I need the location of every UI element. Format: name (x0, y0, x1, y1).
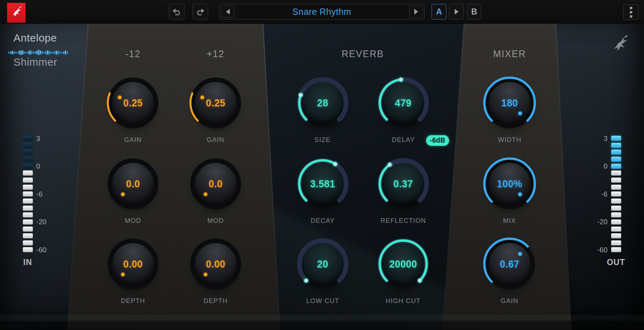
redo-icon (196, 7, 205, 16)
knob-indicator-dot (518, 111, 522, 115)
kebab-menu-button[interactable] (623, 4, 639, 20)
waveform-bar (45, 51, 46, 54)
meter-tick-label: -6 (36, 190, 43, 198)
knob-mixer-width[interactable]: 180WIDTH (479, 73, 540, 133)
knob-pitch-neg12-gain[interactable]: 0.25GAIN (103, 73, 163, 133)
kebab-dot (630, 11, 632, 13)
floor-shadow (0, 320, 644, 330)
meter-segment (611, 177, 621, 183)
knob-label: GAIN (207, 136, 224, 144)
left-triangle-icon (226, 9, 230, 15)
antelope-logo-icon (7, 3, 26, 23)
meter-segment (23, 247, 33, 252)
waveform-bar (60, 52, 61, 53)
meter-tick-label: -6 (586, 190, 607, 198)
knob-label: WIDTH (498, 136, 521, 144)
meter-segment (23, 205, 33, 211)
knob-label: GAIN (501, 297, 518, 305)
preset-name[interactable]: Snare Rhythm (234, 7, 409, 17)
knob-value: 20000 (375, 234, 432, 294)
undo-button[interactable] (169, 4, 184, 20)
meter-tick-label: 3 (36, 134, 40, 142)
meter-segment (23, 212, 33, 218)
meter-segment (611, 219, 621, 225)
knob-value: 3.581 (294, 154, 351, 214)
meter-segment (23, 143, 33, 148)
meter-segment (611, 185, 621, 190)
knob-indicator-dot (121, 192, 125, 196)
knob-label: MOD (207, 217, 224, 225)
meter-segment (611, 136, 621, 141)
knob-label: GAIN (124, 136, 142, 144)
waveform-bar (28, 51, 29, 54)
waveform-bar (10, 51, 11, 54)
meter-segment (23, 226, 33, 232)
knob-indicator-dot (121, 273, 125, 276)
knob-mixer-mix[interactable]: 100%MIX (479, 154, 540, 214)
knob-value: 0.00 (187, 234, 244, 294)
redo-button[interactable] (193, 4, 208, 20)
meter-segment (23, 185, 33, 190)
knob-reverb-reflection[interactable]: 0.37REFLECTION (373, 154, 433, 214)
meter-segment (611, 212, 621, 218)
waveform-bar (42, 51, 43, 54)
kebab-dot (630, 7, 632, 9)
ab-copy-button[interactable] (449, 4, 464, 20)
meter-segment (23, 170, 33, 176)
waveform-bar (67, 51, 68, 54)
knob-pitch-pos12-depth[interactable]: 0.00DEPTH (185, 234, 246, 294)
knob-indicator-dot (518, 192, 522, 196)
knob-value: 0.25 (187, 73, 244, 133)
knob-pitch-neg12-depth[interactable]: 0.00DEPTH (103, 234, 163, 294)
preset-prev-button[interactable] (221, 6, 234, 18)
knob-label: DEPTH (121, 297, 145, 305)
meter-segment (611, 156, 621, 162)
right-triangle-icon (455, 9, 459, 15)
knob-reverb-size[interactable]: 28SIZE (293, 73, 353, 133)
waveform-bar (31, 51, 32, 54)
meter-segment (611, 205, 621, 211)
meter-name-out: OUT (602, 258, 630, 267)
waveform-bar (52, 52, 54, 53)
knob-value: 100% (481, 154, 538, 214)
meter-segment (23, 191, 33, 197)
knob-value: 0.25 (105, 73, 161, 133)
meter-tick-label: 0 (586, 162, 607, 170)
knob-pitch-pos12-mod[interactable]: 0.0MOD (185, 154, 246, 214)
preset-next-button[interactable] (409, 6, 423, 18)
brand-name: Antelope (13, 32, 57, 44)
knob-reverb-lowcut[interactable]: 20LOW CUT (293, 234, 353, 294)
plugin-window: Antelope Shimmer Snare Rhythm (0, 0, 644, 330)
knob-badge[interactable]: -6dB (426, 135, 449, 146)
knob-label: REFLECTION (381, 217, 426, 225)
ab-b-button[interactable]: B (467, 4, 481, 20)
waveform-bar (17, 52, 18, 53)
knob-reverb-delay[interactable]: 479DELAY-6dB (373, 73, 433, 133)
meter-segment (611, 240, 621, 246)
preset-bar: Snare Rhythm (219, 4, 424, 20)
knob-value: 0.67 (481, 234, 538, 294)
waveform-bar (8, 52, 9, 53)
product-name: Shimmer (13, 56, 57, 68)
waveform-bar (29, 50, 30, 55)
knob-label: HIGH CUT (386, 297, 421, 305)
knob-label: MIX (503, 217, 516, 225)
knob-mixer-gain[interactable]: 0.67GAIN (479, 234, 540, 294)
meter-segment (23, 156, 33, 162)
knob-pitch-pos12-gain[interactable]: 0.25GAIN (185, 73, 246, 133)
knob-reverb-highcut[interactable]: 20000HIGH CUT (373, 234, 433, 294)
meter-segment (611, 191, 621, 197)
meter-segment (611, 149, 621, 155)
knob-value: 20 (294, 234, 351, 294)
waveform-bar (51, 52, 52, 54)
meter-tick-label: 3 (586, 134, 607, 142)
knob-reverb-decay[interactable]: 3.581DECAY (293, 154, 353, 214)
floor-highlight (0, 315, 644, 321)
knob-pitch-neg12-mod[interactable]: 0.0MOD (103, 154, 163, 214)
knob-indicator-dot (200, 95, 204, 99)
waveform-bar (35, 51, 36, 54)
knob-value: 0.00 (105, 234, 161, 294)
waveform-bar (65, 51, 66, 54)
knob-value: 180 (481, 73, 538, 133)
ab-a-button[interactable]: A (432, 4, 446, 20)
